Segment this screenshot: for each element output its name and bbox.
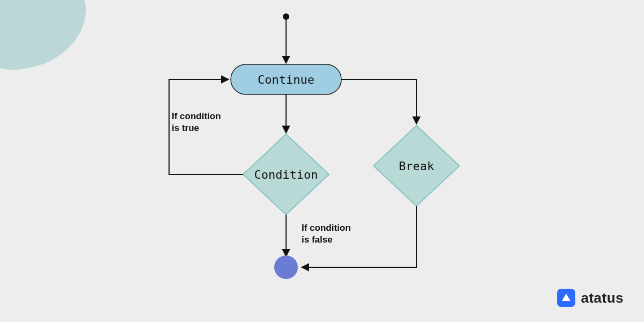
condition-label: Condition: [254, 168, 318, 181]
continue-label: Continue: [258, 73, 314, 86]
break-label: Break: [399, 159, 434, 173]
edge-true-label-1: If condition: [172, 111, 221, 121]
brand-name: atatus: [581, 290, 624, 306]
flowchart-canvas: Continue Condition If condition is true …: [0, 0, 644, 322]
edge-continue-break: [341, 79, 416, 124]
edge-false-label-2: is false: [302, 235, 333, 245]
brand-logo: atatus: [557, 289, 624, 307]
brand-icon: [557, 289, 575, 307]
end-node: [274, 255, 298, 279]
edge-true-label-2: is true: [172, 123, 199, 133]
edge-false-label-1: If condition: [302, 223, 351, 233]
